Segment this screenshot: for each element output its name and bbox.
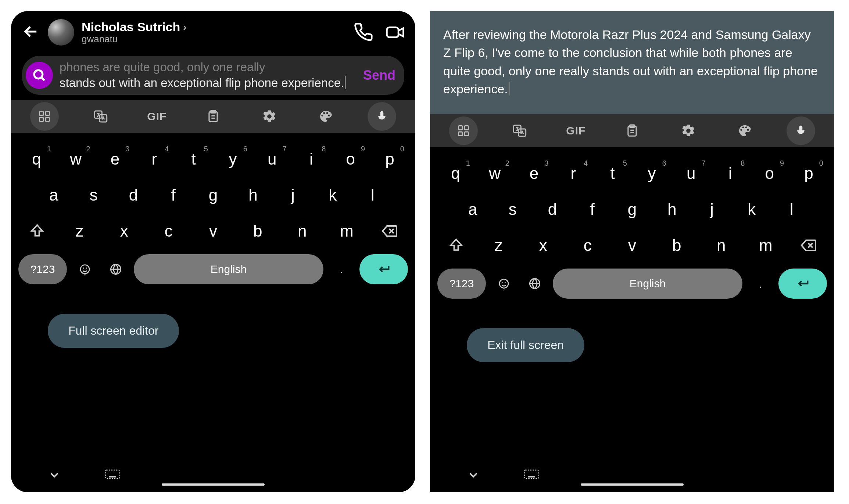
enter-key[interactable] <box>359 254 408 284</box>
key-j[interactable]: j <box>273 179 313 211</box>
key-r[interactable]: r4 <box>135 143 174 175</box>
key-r[interactable]: r4 <box>554 158 593 189</box>
key-t[interactable]: t5 <box>174 143 213 175</box>
key-o[interactable]: o9 <box>750 158 789 189</box>
key-p[interactable]: p0 <box>789 158 828 189</box>
key-i[interactable]: i8 <box>711 158 750 189</box>
key-s[interactable]: s <box>492 194 532 225</box>
space-key[interactable]: English <box>134 254 323 284</box>
key-j[interactable]: j <box>692 194 732 225</box>
language-key[interactable] <box>103 263 129 276</box>
message-input[interactable]: phones are quite good, only one really s… <box>60 60 357 91</box>
nav-keyboard-icon[interactable] <box>524 469 539 482</box>
key-p[interactable]: p0 <box>370 143 409 175</box>
full-screen-editor-button[interactable]: Full screen editor <box>48 314 179 348</box>
key-y[interactable]: y6 <box>213 143 252 175</box>
avatar[interactable] <box>48 19 74 46</box>
key-m[interactable]: m <box>744 230 788 261</box>
key-l[interactable]: l <box>772 194 812 225</box>
settings-icon[interactable] <box>241 109 298 124</box>
video-call-button[interactable] <box>385 22 405 42</box>
key-g[interactable]: g <box>612 194 652 225</box>
back-button[interactable] <box>21 22 40 43</box>
mic-icon[interactable] <box>368 102 396 131</box>
key-a[interactable]: a <box>34 179 74 211</box>
symbols-key[interactable]: ?123 <box>18 254 67 284</box>
period-key[interactable]: . <box>329 262 354 276</box>
gif-button[interactable]: GIF <box>548 125 604 137</box>
translate-icon[interactable] <box>72 109 129 124</box>
nav-home-pill[interactable] <box>162 483 265 486</box>
key-k[interactable]: k <box>313 179 352 211</box>
translate-icon[interactable] <box>491 123 548 138</box>
key-b[interactable]: b <box>236 215 280 247</box>
key-e[interactable]: e3 <box>515 158 554 189</box>
key-x[interactable]: x <box>102 215 146 247</box>
call-button[interactable] <box>354 22 374 42</box>
theme-icon[interactable] <box>298 109 354 124</box>
key-v[interactable]: v <box>610 230 654 261</box>
key-q[interactable]: q1 <box>436 158 475 189</box>
key-l[interactable]: l <box>353 179 393 211</box>
key-s[interactable]: s <box>74 179 113 211</box>
gif-button[interactable]: GIF <box>129 110 185 123</box>
key-m[interactable]: m <box>325 215 369 247</box>
key-h[interactable]: h <box>652 194 692 225</box>
emoji-key[interactable]: , <box>491 278 517 289</box>
apps-icon[interactable] <box>30 102 59 131</box>
chevron-right-icon: › <box>183 21 186 33</box>
key-w[interactable]: w2 <box>56 143 96 175</box>
key-z[interactable]: z <box>57 215 102 247</box>
clipboard-icon[interactable] <box>604 124 660 138</box>
symbols-key[interactable]: ?123 <box>437 269 486 299</box>
key-q[interactable]: q1 <box>17 143 56 175</box>
key-n[interactable]: n <box>280 215 325 247</box>
exit-full-screen-button[interactable]: Exit full screen <box>467 328 584 362</box>
nav-collapse-icon[interactable] <box>467 468 480 483</box>
key-c[interactable]: c <box>146 215 191 247</box>
key-h[interactable]: h <box>233 179 273 211</box>
space-key[interactable]: English <box>553 269 742 299</box>
key-x[interactable]: x <box>521 230 565 261</box>
mic-icon[interactable] <box>787 116 815 145</box>
key-t[interactable]: t5 <box>593 158 632 189</box>
nav-collapse-icon[interactable] <box>48 468 61 483</box>
enter-key[interactable] <box>778 269 827 299</box>
shift-key[interactable] <box>436 237 476 253</box>
key-v[interactable]: v <box>191 215 235 247</box>
backspace-key[interactable] <box>369 222 409 240</box>
period-key[interactable]: . <box>748 277 773 291</box>
key-n[interactable]: n <box>699 230 744 261</box>
key-c[interactable]: c <box>565 230 610 261</box>
key-f[interactable]: f <box>572 194 612 225</box>
key-d[interactable]: d <box>114 179 153 211</box>
key-k[interactable]: k <box>732 194 771 225</box>
key-e[interactable]: e3 <box>96 143 135 175</box>
key-w[interactable]: w2 <box>475 158 515 189</box>
clipboard-icon[interactable] <box>185 109 241 123</box>
emoji-key[interactable]: , <box>72 263 98 275</box>
contact-block[interactable]: Nicholas Sutrich › gwanatu <box>82 20 343 45</box>
search-button[interactable] <box>26 62 53 89</box>
key-o[interactable]: o9 <box>331 143 370 175</box>
key-u[interactable]: u7 <box>252 143 292 175</box>
key-b[interactable]: b <box>655 230 699 261</box>
key-i[interactable]: i8 <box>292 143 331 175</box>
nav-home-pill[interactable] <box>581 483 684 486</box>
key-f[interactable]: f <box>153 179 193 211</box>
apps-icon[interactable] <box>449 116 478 145</box>
key-a[interactable]: a <box>453 194 492 225</box>
settings-icon[interactable] <box>660 123 717 138</box>
key-g[interactable]: g <box>193 179 233 211</box>
key-z[interactable]: z <box>476 230 521 261</box>
send-button[interactable]: Send <box>363 68 395 83</box>
backspace-key[interactable] <box>788 237 828 254</box>
fullscreen-editor-text[interactable]: After reviewing the Motorola Razr Plus 2… <box>430 11 834 114</box>
key-u[interactable]: u7 <box>671 158 711 189</box>
theme-icon[interactable] <box>717 123 773 138</box>
shift-key[interactable] <box>17 223 57 239</box>
nav-keyboard-icon[interactable] <box>105 469 120 482</box>
key-d[interactable]: d <box>533 194 572 225</box>
language-key[interactable] <box>522 277 548 290</box>
key-y[interactable]: y6 <box>632 158 671 189</box>
